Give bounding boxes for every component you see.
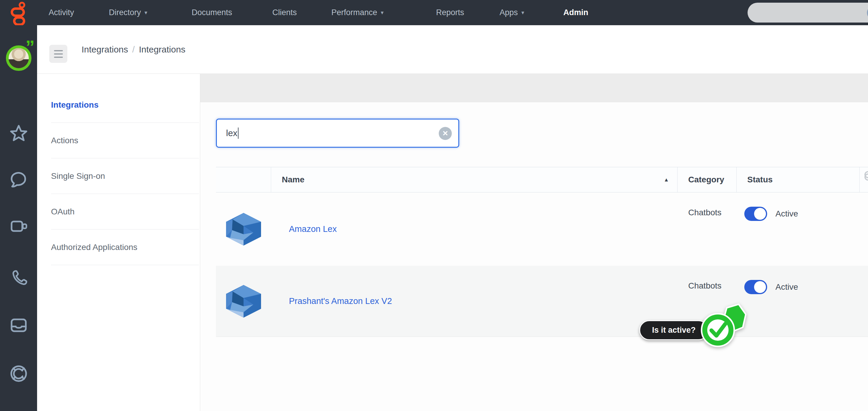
chevron-down-icon: ▾: [381, 9, 384, 16]
inbox-icon[interactable]: [9, 316, 28, 335]
integration-name-cell: Prashant's Amazon Lex V2: [271, 266, 678, 337]
nav-item-performance[interactable]: Performance▾: [331, 0, 383, 25]
amazon-lex-icon: [226, 285, 261, 318]
amazon-lex-icon: [226, 213, 261, 246]
nav-item-documents[interactable]: Documents: [192, 0, 232, 25]
nav-item-activity[interactable]: Activity: [49, 0, 74, 25]
integration-link[interactable]: Prashant's Amazon Lex V2: [289, 296, 392, 306]
integration-name-cell: Amazon Lex: [271, 192, 678, 266]
nav-item-reports[interactable]: Reports: [436, 0, 464, 25]
toolbar-band: [200, 74, 868, 102]
settings-menu: Integrations Actions Single Sign-on OAut…: [37, 74, 200, 411]
nav-item-apps[interactable]: Apps▾: [500, 0, 524, 25]
favorites-star-icon[interactable]: [9, 124, 28, 143]
video-icon[interactable]: [9, 217, 28, 236]
agent-success-cursor-icon: [693, 302, 750, 355]
column-header-name[interactable]: Name ▲: [271, 167, 678, 192]
menu-item-single-sign-on[interactable]: Single Sign-on: [51, 158, 199, 194]
genesys-logo-icon[interactable]: [0, 0, 33, 25]
main-content: lex ✕ Name ▲ Category Status: [200, 74, 868, 411]
menu-item-actions[interactable]: Actions: [51, 123, 199, 158]
breadcrumb-separator: /: [132, 44, 135, 55]
sort-asc-icon[interactable]: ▲: [663, 177, 669, 183]
chat-icon[interactable]: [9, 170, 28, 189]
status-label: Active: [775, 280, 798, 294]
search-icon: [859, 7, 868, 19]
toggle-knob: [754, 281, 766, 293]
page-header: Integrations / Integrations: [37, 25, 868, 74]
nav-item-directory[interactable]: Directory▾: [109, 0, 148, 25]
integration-logo-cell: [216, 192, 271, 266]
integration-status-cell: Active: [737, 192, 860, 266]
phone-icon[interactable]: [9, 268, 28, 287]
text-caret: [238, 127, 239, 139]
integrations-table: Name ▲ Category Status: [216, 167, 868, 337]
help-ring-icon[interactable]: [9, 364, 28, 383]
column-header-category[interactable]: Category: [678, 167, 737, 192]
status-toggle[interactable]: [744, 207, 767, 221]
integration-logo-cell: [216, 266, 271, 337]
user-avatar[interactable]: ”: [6, 45, 31, 71]
table-row: Prashant's Amazon Lex V2 Chatbots Active: [216, 266, 868, 337]
search-value: lex: [226, 128, 237, 138]
nav-item-clients[interactable]: Clients: [272, 0, 297, 25]
menu-toggle-button[interactable]: [49, 45, 67, 63]
nav-item-admin[interactable]: Admin: [563, 0, 588, 25]
toggle-knob: [754, 208, 766, 220]
breadcrumb-page: Integrations: [139, 44, 185, 55]
breadcrumb: Integrations / Integrations: [82, 25, 185, 74]
top-nav: Activity Directory▾ Documents Clients Pe…: [0, 0, 868, 25]
column-header-icon: [216, 167, 271, 192]
left-rail: ”: [0, 25, 37, 411]
integration-category-cell: Chatbots: [678, 192, 737, 266]
menu-item-authorized-applications[interactable]: Authorized Applications: [51, 229, 199, 265]
presence-chat-badge-icon: ”: [26, 38, 35, 56]
integrations-search-input[interactable]: lex ✕: [216, 119, 459, 148]
column-header-status[interactable]: Status: [737, 167, 860, 192]
chevron-down-icon: ▾: [522, 9, 525, 16]
clear-search-button[interactable]: ✕: [439, 127, 452, 140]
integration-link[interactable]: Amazon Lex: [289, 224, 337, 234]
menu-item-integrations[interactable]: Integrations: [51, 87, 199, 123]
integration-status-cell: Active: [737, 266, 860, 337]
chevron-down-icon: ▾: [145, 9, 148, 16]
status-toggle[interactable]: [744, 280, 767, 294]
status-label: Active: [775, 207, 798, 221]
table-header-row: Name ▲ Category Status: [216, 167, 868, 192]
table-row: Amazon Lex Chatbots Active: [216, 192, 868, 266]
menu-item-oauth[interactable]: OAuth: [51, 194, 199, 229]
global-search-input[interactable]: [748, 3, 868, 23]
breadcrumb-section[interactable]: Integrations: [82, 44, 128, 55]
